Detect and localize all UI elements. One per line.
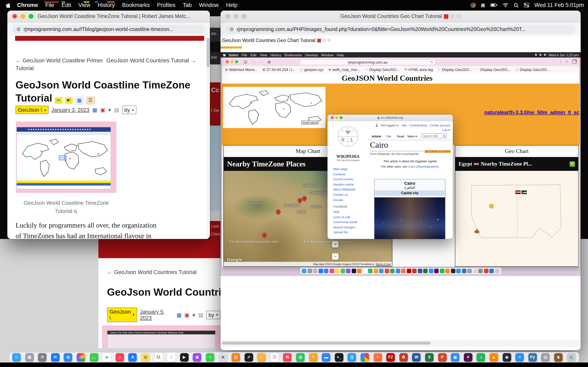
post-image[interactable]: Safari File Edit View History Bookmarks …: [102, 325, 221, 348]
notes-icon[interactable]: ▤: [198, 312, 203, 318]
next-post-link[interactable]: GeoJson World Countries Tutorial →: [106, 57, 196, 73]
dock-app-icon[interactable]: ⌂: [258, 353, 266, 361]
plus-icon[interactable]: +: [108, 107, 111, 113]
wifi-icon[interactable]: [503, 3, 508, 7]
menu-item[interactable]: Profiles: [157, 2, 175, 8]
minimize-button[interactable]: [20, 14, 25, 19]
popup-title-bar[interactable]: en.wikipedia.org: [328, 115, 453, 121]
prev-post-link[interactable]: ← GeoJson World Countries Tutorial: [107, 269, 197, 275]
wikipedia-sidebar-link[interactable]: Help: [333, 210, 357, 214]
dock-app-icon[interactable]: ⇗: [244, 353, 253, 361]
status-badge-icon[interactable]: [470, 2, 476, 8]
tab-talk[interactable]: Talk: [386, 134, 391, 138]
address-bar[interactable]: ⚙ rjmprogramming.com.au/PHP/images_found…: [225, 25, 576, 34]
edit-image-icon[interactable]: ✎: [570, 161, 575, 167]
category-select[interactable]: GeoJson \▾: [16, 106, 49, 114]
zoom-out-button[interactable]: −: [332, 253, 338, 260]
disambiguation-link[interactable]: Cairo (disambiguation): [408, 165, 439, 169]
menu-item[interactable]: Window: [199, 2, 219, 8]
wikipedia-sidebar-link[interactable]: Random article: [333, 183, 355, 186]
spotlight-search-icon[interactable]: [514, 3, 519, 8]
terms-link[interactable]: Terms of Use: [376, 262, 391, 265]
dock-app-icon[interactable]: ▤: [232, 353, 240, 361]
map-marker[interactable]: [261, 232, 268, 238]
dock-app-icon[interactable]: ◈: [103, 353, 111, 361]
wikipedia-sidebar-link[interactable]: Main page: [333, 167, 355, 171]
zoom-button[interactable]: [29, 14, 34, 19]
coordinates-link[interactable]: 30°2′40″N 31°14′9″E: [425, 150, 451, 153]
keyboard-icon[interactable]: ▦: [481, 2, 485, 8]
menu-item[interactable]: File: [45, 2, 54, 8]
wikipedia-globe-logo[interactable]: W Ω Σ: [337, 125, 359, 148]
close-button[interactable]: [12, 14, 17, 19]
vertical-scrollbar[interactable]: [207, 37, 209, 238]
log-in-link[interactable]: Log in: [442, 128, 450, 132]
site-settings-icon[interactable]: ⚙: [16, 26, 21, 32]
notes-icon[interactable]: ▤: [114, 107, 119, 113]
menu-item[interactable]: View: [78, 2, 90, 8]
horizontal-scrollbar[interactable]: [221, 341, 581, 346]
scrollbar-thumb[interactable]: [222, 342, 431, 345]
wikipedia-sidebar-link[interactable]: Contact us: [333, 193, 355, 197]
dock-app-icon[interactable]: ⚙: [38, 353, 47, 361]
dock-app-icon[interactable]: Py: [528, 353, 537, 361]
search-icon[interactable]: [443, 134, 445, 137]
address-bar[interactable]: ⚙ rjmprogramming.com.au/ITblog/geojson-w…: [12, 25, 205, 34]
menu-item[interactable]: Edit: [62, 2, 71, 8]
scrollbar-thumb[interactable]: [207, 38, 209, 67]
dock-app-icon[interactable]: ▣: [451, 353, 459, 361]
battery-icon[interactable]: [490, 3, 497, 7]
dock-app-icon[interactable]: ▦: [25, 353, 34, 361]
dock-app-icon[interactable]: ☺: [12, 353, 21, 361]
wikipedia-sidebar-link[interactable]: Recent changes: [333, 225, 357, 229]
dock-app-icon[interactable]: ○: [361, 353, 369, 361]
calendar-icon[interactable]: ▦: [92, 107, 97, 113]
post-title[interactable]: GeoJson World Coastline TimeZone Tutoria…: [16, 78, 195, 104]
dock-app-icon[interactable]: ◗: [373, 353, 382, 361]
category-select[interactable]: GeoJson \▾: [107, 308, 137, 322]
dock-app-icon[interactable]: B: [399, 353, 408, 361]
dock-app-icon[interactable]: ☑: [167, 353, 176, 361]
menu-item[interactable]: Help: [226, 2, 237, 8]
wikipedia-wordmark[interactable]: WIKIPEDIA: [328, 154, 368, 159]
dock-app-icon[interactable]: ◎: [77, 353, 85, 361]
dock-app-icon[interactable]: ☻: [219, 353, 227, 361]
author-select[interactable]: by▾: [122, 106, 136, 114]
calendar-alt-icon[interactable]: ▣: [100, 107, 105, 113]
wikipedia-sidebar-link[interactable]: Learn to edit: [333, 215, 357, 219]
dock-app-icon[interactable]: ▤: [141, 353, 150, 361]
dock-app-icon[interactable]: ◉: [502, 353, 511, 361]
create-account-link[interactable]: Create account: [430, 124, 450, 127]
dock-app-icon[interactable]: ▬: [322, 353, 330, 361]
dock-app-icon[interactable]: ✉: [51, 353, 60, 361]
dock-app-icon[interactable]: ▲: [490, 353, 498, 361]
prev-post-link[interactable]: ← GeoJson World Coastline Primer Tutoria…: [16, 57, 103, 73]
tab-more[interactable]: More ▾: [407, 134, 417, 138]
dock-app-icon[interactable]: ♫: [477, 353, 485, 361]
zoom-in-button[interactable]: +: [332, 241, 338, 248]
wikipedia-sidebar-link[interactable]: Community portal: [333, 220, 357, 224]
dock-app-icon[interactable]: W: [412, 353, 421, 361]
dock-app-icon[interactable]: P: [438, 353, 447, 361]
cheese-marker-icon[interactable]: [489, 204, 494, 208]
dock-app-icon[interactable]: ♞: [554, 353, 563, 361]
post-date-link[interactable]: January 3, 2023: [52, 107, 89, 113]
dock-app-icon[interactable]: #: [464, 353, 472, 361]
magnifier-icon[interactable]: [73, 209, 78, 213]
wikipedia-sidebar-link[interactable]: Current events: [333, 177, 355, 181]
dock-app-icon[interactable]: ▥: [567, 353, 576, 361]
post-date-link[interactable]: January 5, 2023: [140, 309, 173, 321]
menu-item[interactable]: History: [98, 2, 115, 8]
contributions-link[interactable]: Contributions: [409, 124, 427, 127]
control-center-icon[interactable]: [524, 3, 529, 7]
site-settings-icon[interactable]: ⚙: [229, 26, 234, 32]
dock-app-icon[interactable]: ☰: [270, 353, 279, 361]
cairo-night-photo[interactable]: [374, 197, 445, 239]
dock-app-icon[interactable]: ✎: [309, 353, 318, 361]
dock-app-icon[interactable]: ◉: [193, 353, 201, 361]
dock-app-icon[interactable]: ◖: [206, 353, 214, 361]
window-title-bar[interactable]: GeoJson World Countries Geo Chart Tutori…: [221, 11, 581, 22]
tab-article[interactable]: Article: [372, 134, 381, 138]
dock-app-icon[interactable]: ◍: [64, 353, 72, 361]
apple-menu[interactable]: [6, 2, 11, 8]
